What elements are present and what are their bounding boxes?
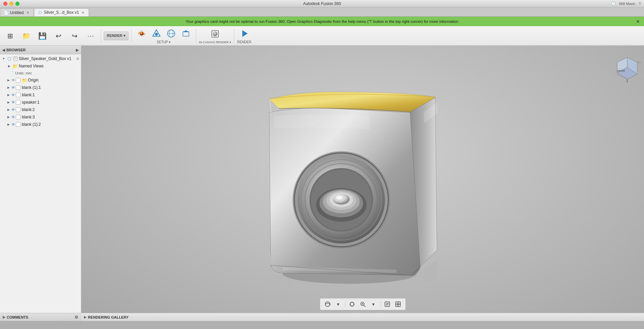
named-views-row[interactable]: ▶ 📁 Named Views xyxy=(0,62,81,70)
toolbar-environment-btn[interactable] xyxy=(164,28,179,40)
appearance-icon xyxy=(137,29,146,38)
origin-check[interactable] xyxy=(16,78,20,83)
toolbar-canvas-render-btn[interactable] xyxy=(208,28,222,40)
tab-untitled-icon: 📄 xyxy=(4,10,8,15)
sidebar-expand-right[interactable]: ▶ xyxy=(76,48,79,52)
root-assembly-icon: ⬡ xyxy=(7,56,12,61)
svg-rect-54 xyxy=(386,304,387,306)
redo-icon: ↪ xyxy=(70,31,79,41)
svg-rect-55 xyxy=(387,304,389,306)
minimize-button[interactable] xyxy=(9,2,13,6)
render-mode-button[interactable]: RENDER ▾ xyxy=(104,32,129,40)
comments-arrow[interactable]: ▶ xyxy=(3,315,5,319)
tab-silver[interactable]: ⬡ Silver_S...d_Box v1 ✕ xyxy=(34,8,89,16)
svg-rect-56 xyxy=(396,302,400,307)
bottom-right: ▶ RENDERING GALLERY xyxy=(81,313,644,321)
origin-eye-icon: 👁 xyxy=(11,78,15,82)
toolbar-decal-btn[interactable] xyxy=(179,28,193,40)
tab-untitled[interactable]: 📄 Untitled ✕ xyxy=(0,8,34,16)
blank12-arrow: ▶ xyxy=(6,122,11,127)
svg-point-31 xyxy=(336,196,343,200)
orbit-dropdown[interactable]: ▾ xyxy=(334,299,343,309)
blank1-check[interactable] xyxy=(16,93,20,97)
user-menu[interactable]: Will Mann xyxy=(619,2,635,6)
viewport[interactable]: FRONT Y '066 ▾ ▾ xyxy=(81,46,644,313)
tree-root-item[interactable]: ▼ ⬡ Silver_Speaker_Gold_Box v1 ⚙ xyxy=(0,55,81,62)
toolbar: ⊞ 📁 💾 ↩ ↪ ⋯ RENDER ▾ xyxy=(0,26,644,46)
zoom-btn[interactable] xyxy=(358,299,367,309)
speaker1-check[interactable] xyxy=(16,100,20,105)
tree-root: ▼ ⬡ Silver_Speaker_Gold_Box v1 ⚙ ▶ 📁 Nam… xyxy=(0,54,81,129)
toolbar-scene-btn[interactable] xyxy=(149,28,164,40)
undo-icon: ↩ xyxy=(54,31,63,41)
toolbar-appearance-btn[interactable] xyxy=(134,28,149,40)
in-canvas-label[interactable]: IN-CANVAS RENDER ▾ xyxy=(199,41,231,44)
gallery-arrow[interactable]: ▶ xyxy=(84,315,87,319)
zoom-dropdown[interactable]: ▾ xyxy=(369,299,378,309)
bottom-viewport-toolbar: ▾ ▾ xyxy=(320,298,406,310)
grid-view-btn[interactable] xyxy=(393,299,403,309)
clock-icon[interactable]: 🕐 xyxy=(611,1,616,6)
blank3-check[interactable] xyxy=(16,115,20,119)
toolbar-save-btn[interactable]: 💾 xyxy=(35,30,50,42)
tree-item-blank2[interactable]: ▶ 👁 blank:2 xyxy=(0,106,81,113)
svg-marker-8 xyxy=(183,30,189,32)
tree-item-origin[interactable]: ▶ 👁 📁 Origin xyxy=(0,76,81,84)
pan-btn[interactable] xyxy=(347,299,357,309)
blank1-eye-icon: 👁 xyxy=(11,93,15,97)
save-icon: 💾 xyxy=(38,31,47,41)
display-mode-btn[interactable] xyxy=(383,299,392,309)
tree-item-speaker1[interactable]: ▶ 👁 speaker:1 xyxy=(0,99,81,106)
setup-label[interactable]: SETUP ▾ xyxy=(157,40,170,44)
origin-label: Origin xyxy=(28,78,81,83)
tree-item-blank1[interactable]: ▶ 👁 blank:1 xyxy=(0,91,81,99)
tree-item-blank11[interactable]: ▶ 👁 blank (1):1 xyxy=(0,84,81,91)
warning-banner: Your graphics card might not be optimal … xyxy=(0,17,644,26)
toolbar-redo-btn[interactable]: ↪ xyxy=(67,30,82,42)
blank11-eye-icon: 👁 xyxy=(11,86,15,90)
blank1-arrow: ▶ xyxy=(6,93,11,97)
viewcube[interactable]: FRONT Y '066 xyxy=(614,49,641,83)
toolbar-folder-btn[interactable]: 📁 xyxy=(19,30,34,42)
toolbar-render-btn[interactable] xyxy=(237,28,252,40)
blank12-eye-icon: 👁 xyxy=(11,122,15,126)
root-doc-icon xyxy=(13,56,18,61)
main-layout: ◀ BROWSER ▶ ▼ ⬡ Silver_Speaker_Gold_Box … xyxy=(0,46,644,313)
comments-settings-icon[interactable]: ⚙ xyxy=(75,315,78,320)
tab-untitled-close[interactable]: ✕ xyxy=(26,10,30,15)
blank11-check[interactable] xyxy=(16,85,20,90)
toolbar-grid-btn[interactable]: ⊞ xyxy=(3,30,17,42)
tab-silver-icon: ⬡ xyxy=(38,10,42,15)
blank12-check[interactable] xyxy=(16,122,20,127)
tab-silver-label: Silver_S...d_Box v1 xyxy=(44,10,79,15)
svg-point-30 xyxy=(333,194,350,205)
tree-item-blank3[interactable]: ▶ 👁 blank:3 xyxy=(0,113,81,121)
maximize-button[interactable] xyxy=(15,2,19,6)
svg-point-10 xyxy=(213,32,217,36)
orbit-btn[interactable] xyxy=(323,299,332,309)
origin-folder-icon: 📁 xyxy=(22,78,27,83)
units-label: Units: mm xyxy=(15,71,32,75)
close-button[interactable] xyxy=(3,2,7,6)
named-views-folder-icon: 📁 xyxy=(12,63,18,69)
blank2-check[interactable] xyxy=(16,107,20,112)
root-settings-icon[interactable]: ⚙ xyxy=(76,57,80,61)
rendering-gallery-bar: ▶ RENDERING GALLERY xyxy=(81,313,644,321)
toolbar-undo-btn[interactable]: ↩ xyxy=(51,30,66,42)
sidebar: ◀ BROWSER ▶ ▼ ⬡ Silver_Speaker_Gold_Box … xyxy=(0,46,81,313)
canvas-render-icon xyxy=(210,29,220,39)
title-bar: Autodesk Fusion 360 🕐 Will Mann ? xyxy=(0,0,644,7)
svg-text:Y: Y xyxy=(626,80,628,83)
speaker1-arrow: ▶ xyxy=(6,100,11,105)
toolbar-more-btn[interactable]: ⋯ xyxy=(83,30,98,42)
svg-rect-7 xyxy=(183,32,189,36)
tab-silver-close[interactable]: ✕ xyxy=(81,10,85,15)
svg-marker-11 xyxy=(242,30,248,37)
svg-marker-41 xyxy=(330,304,331,305)
help-button[interactable]: ? xyxy=(639,2,641,6)
tree-item-blank12[interactable]: ▶ 👁 blank (1):2 xyxy=(0,121,81,128)
sidebar-collapse-left[interactable]: ◀ xyxy=(2,48,5,52)
svg-point-3 xyxy=(155,33,158,36)
render-label[interactable]: RENDER xyxy=(237,40,251,44)
warning-close[interactable]: ✕ xyxy=(636,19,640,24)
